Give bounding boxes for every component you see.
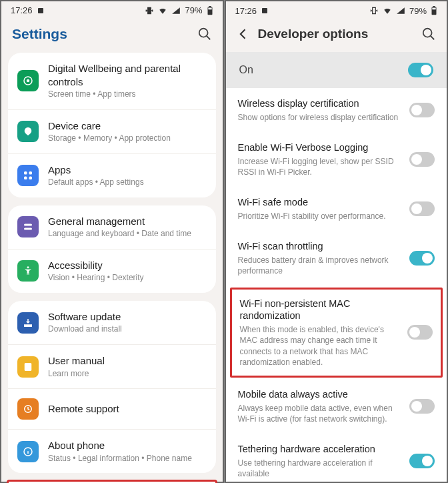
about-icon (17, 441, 39, 462)
dev-title: Enable Wi-Fi Verbose Logging (238, 141, 403, 154)
battery-text: 79% (409, 6, 427, 16)
settings-group: General managementLanguage and keyboard … (8, 205, 216, 293)
svg-rect-22 (433, 6, 435, 7)
dev-option[interactable]: Enable Wi-Fi Verbose LoggingIncrease Wi-… (226, 132, 447, 187)
search-icon[interactable] (421, 27, 436, 41)
dev-sub: Always keep mobile data active, even whe… (238, 403, 403, 424)
search-icon[interactable] (197, 27, 212, 41)
dev-title: Wi-Fi safe mode (238, 196, 403, 209)
settings-item[interactable]: General managementLanguage and keyboard … (8, 205, 216, 250)
dev-option[interactable]: Tethering hardware accelerationUse tethe… (226, 434, 447, 482)
svg-rect-8 (24, 171, 27, 175)
item-title: About phone (48, 439, 207, 452)
svg-point-24 (423, 29, 432, 37)
svg-rect-9 (29, 171, 33, 175)
battery-text: 79% (185, 5, 202, 15)
item-title: General management (48, 215, 207, 228)
toggle[interactable] (407, 325, 433, 340)
svg-rect-23 (432, 8, 435, 10)
dev-title: Mobile data always active (238, 388, 403, 401)
on-label: On (239, 64, 253, 76)
care-icon (17, 121, 39, 142)
manual-icon (17, 356, 39, 378)
settings-item[interactable]: Device careStorage • Memory • App protec… (8, 110, 216, 154)
dev-option[interactable]: Wi-Fi scan throttlingReduces battery dra… (226, 231, 447, 286)
wellbeing-icon (17, 70, 39, 91)
item-title: Remote support (48, 402, 207, 416)
settings-item[interactable]: Software updateDownload and install (8, 301, 216, 345)
settings-group: Digital Wellbeing and parental controlsS… (8, 53, 216, 197)
toggle[interactable] (409, 103, 435, 117)
battery-icon (207, 6, 213, 15)
settings-item[interactable]: AccessibilityVision • Hearing • Dexterit… (8, 250, 216, 293)
svg-rect-0 (38, 8, 43, 13)
toggle[interactable] (409, 152, 435, 167)
developer-options-screen: 17:26 79% Developer options On Wireless … (225, 0, 449, 483)
item-sub: Download and install (48, 324, 207, 335)
settings-item[interactable]: About phoneStatus • Legal information • … (8, 430, 216, 473)
dev-sub: Increase Wi-Fi logging level, show per S… (238, 156, 403, 177)
remote-icon (17, 398, 39, 420)
settings-item[interactable]: AppsDefault apps • App settings (8, 154, 216, 197)
toggle[interactable] (409, 201, 435, 216)
developer-options-highlight: Developer options Developer options (7, 480, 217, 483)
svg-rect-11 (29, 177, 33, 180)
item-sub: Screen time • App timers (48, 89, 207, 100)
settings-header: Settings (1, 19, 223, 53)
dev-header: Developer options (226, 20, 447, 52)
dev-option[interactable]: Wireless display certificationShow optio… (226, 88, 447, 132)
toggle[interactable] (409, 399, 435, 414)
item-title: Device care (48, 119, 207, 133)
svg-rect-2 (209, 6, 211, 7)
dev-option[interactable]: Mobile data always activeAlways keep mob… (226, 379, 447, 434)
item-title: Accessibility (48, 259, 207, 272)
dev-title: Tethering hardware acceleration (238, 443, 403, 456)
toggle[interactable] (409, 251, 435, 266)
apps-icon (17, 165, 39, 186)
svg-rect-12 (24, 224, 32, 226)
toggle[interactable] (409, 454, 435, 468)
mac-randomization-highlight: Wi-Fi non-persistent MAC randomizationWh… (230, 288, 443, 378)
svg-line-5 (206, 36, 210, 40)
svg-line-25 (431, 36, 435, 40)
settings-item[interactable]: User manualLearn more (8, 345, 216, 389)
dev-sub: Use tethering hardware acceleration if a… (238, 458, 403, 479)
dev-title: Wireless display certification (238, 97, 403, 110)
item-title: Digital Wellbeing and parental controls (48, 62, 207, 88)
dev-title: Wi-Fi scan throttling (238, 240, 403, 253)
svg-rect-10 (24, 177, 27, 180)
svg-rect-20 (262, 8, 267, 13)
item-sub: Learn more (48, 369, 207, 380)
battery-icon (431, 6, 437, 15)
dev-sub: When this mode is enabled, this device's… (240, 324, 401, 368)
notification-icon (37, 7, 45, 15)
vibrate-icon (145, 6, 154, 15)
master-toggle[interactable] (408, 63, 433, 77)
svg-point-4 (199, 29, 207, 37)
dev-sub: Reduces battery drain & improves network… (238, 255, 403, 276)
item-sub: Default apps • App settings (48, 177, 207, 188)
settings-item[interactable]: Remote support (8, 389, 216, 430)
settings-group: Software updateDownload and install User… (8, 301, 216, 473)
dev-sub: Show options for wireless display certif… (238, 112, 403, 123)
item-sub: Storage • Memory • App protection (48, 133, 207, 144)
item-sub: Status • Legal information • Phone name (48, 454, 207, 464)
svg-rect-3 (208, 7, 211, 9)
item-sub: Vision • Hearing • Dexterity (48, 273, 207, 284)
back-icon[interactable] (237, 27, 250, 41)
item-sub: Language and keyboard • Date and time (48, 229, 207, 239)
notification-icon (261, 7, 269, 15)
settings-item[interactable]: Digital Wellbeing and parental controlsS… (8, 53, 216, 110)
svg-rect-15 (25, 363, 32, 371)
dev-option[interactable]: Wi-Fi safe modePrioritize Wi-Fi stabilit… (226, 187, 447, 231)
settings-screen: 17:26 79% Settings Digital Wellbeing and… (0, 0, 224, 483)
signal-icon (396, 6, 405, 15)
master-toggle-row[interactable]: On (226, 52, 447, 88)
item-title: Apps (48, 163, 207, 177)
dev-title: Wi-Fi non-persistent MAC randomization (240, 298, 401, 323)
dev-sub: Prioritize Wi-Fi stability over performa… (238, 211, 403, 221)
dev-option[interactable]: Wi-Fi non-persistent MAC randomizationWh… (232, 290, 441, 376)
wifi-icon (383, 6, 392, 15)
status-time: 17:26 (11, 5, 33, 15)
statusbar: 17:26 79% (226, 1, 447, 20)
